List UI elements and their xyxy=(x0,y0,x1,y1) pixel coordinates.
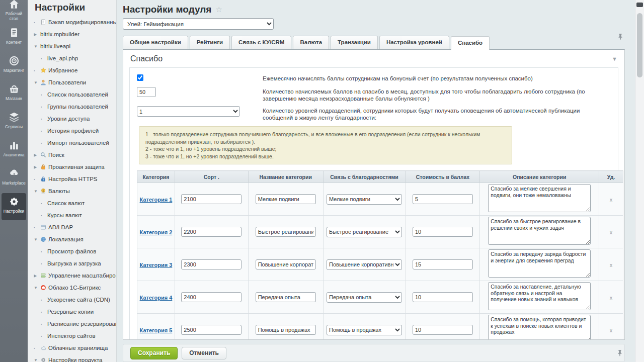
tab-6[interactable]: Настройка уровней xyxy=(379,36,449,49)
description-textarea[interactable]: Спасибо за помощь, которая приводит к ус… xyxy=(488,315,591,340)
delete-row-button[interactable]: x xyxy=(610,327,613,333)
sidebar-item-proactive-protection[interactable]: ▶Проактивная защита xyxy=(34,161,116,173)
description-textarea[interactable]: Спасибо за наставление, детальную обратн… xyxy=(488,282,591,310)
favorite-star-icon[interactable]: ☆ xyxy=(215,5,222,14)
sort-input[interactable] xyxy=(181,292,242,302)
sidebar-item-cloud-storage[interactable]: ▪Облачные хранилища xyxy=(34,342,116,354)
sidebar-item-users[interactable]: ▼Пользователи xyxy=(34,76,116,88)
sidebar-item-user-groups[interactable]: ▪Группы пользователей xyxy=(34,101,116,113)
module-select[interactable]: Улей: Геймификация xyxy=(123,18,274,30)
delete-row-button[interactable]: x xyxy=(610,262,613,268)
chevron-down-icon[interactable]: ▼ xyxy=(34,286,40,290)
sidebar-item-file-view[interactable]: ▪Просмотр файлов xyxy=(34,245,116,257)
sidebar-item-profile-history[interactable]: ▪История профилей xyxy=(34,125,116,137)
category-link[interactable]: Категория 5 xyxy=(140,327,173,333)
sidebar-item-user-import[interactable]: ▪Импорт пользователей xyxy=(34,137,116,149)
sidebar-item-bitrix-cloud[interactable]: ▼Облако 1С-Битрикс xyxy=(34,282,116,294)
category-link[interactable]: Категория 2 xyxy=(140,229,173,235)
pin-icon[interactable] xyxy=(616,349,623,356)
sort-input[interactable] xyxy=(181,194,242,204)
sidebar-item-currency-list[interactable]: ▪Список валют xyxy=(34,197,116,209)
rail-item-content[interactable]: Контент xyxy=(2,24,26,51)
save-button[interactable]: Сохранить xyxy=(130,347,178,359)
scroll-top-icon[interactable] xyxy=(636,3,643,7)
tab-1[interactable]: Общие настройки xyxy=(123,36,188,49)
sort-input[interactable] xyxy=(181,227,242,237)
category-link[interactable]: Категория 3 xyxy=(140,262,173,268)
gratitude-link-select[interactable]: Повышение корпоративног xyxy=(327,259,402,270)
delete-row-button[interactable]: x xyxy=(610,295,613,301)
delete-row-button[interactable]: x xyxy=(610,229,613,235)
sidebar-item-access-levels[interactable]: ▪Уровни доступа xyxy=(34,113,116,125)
category-name-input[interactable] xyxy=(256,325,316,335)
tab-7[interactable]: Спасибо xyxy=(451,36,490,50)
gratitude-link-select[interactable]: Передача опыта xyxy=(327,292,402,303)
chevron-right-icon[interactable]: ▶ xyxy=(34,165,40,169)
description-textarea[interactable]: Спасибо за быстрое реагирование в решени… xyxy=(488,217,591,245)
gratitude-link-select[interactable]: Быстрое реагирование xyxy=(327,227,402,237)
category-link[interactable]: Категория 1 xyxy=(140,197,173,203)
sidebar-item-upload-download[interactable]: ▪Выгрузка и загрузка xyxy=(34,257,116,269)
collapse-section-icon[interactable]: ▼ xyxy=(612,56,617,62)
chevron-down-icon[interactable]: ▼ xyxy=(34,189,40,194)
gratitude-link-select[interactable]: Мелкие подвиги xyxy=(327,194,402,205)
tab-3[interactable]: Связь с КУ/CRM xyxy=(231,36,291,49)
chevron-right-icon[interactable]: ▶ xyxy=(34,153,40,157)
monthly-accrual-checkbox[interactable] xyxy=(137,74,143,81)
cost-input[interactable] xyxy=(413,259,473,269)
rail-item-marketplace[interactable]: Marketplace xyxy=(2,165,26,192)
sidebar-item-user-list[interactable]: ▪Список пользователей xyxy=(34,88,116,101)
category-name-input[interactable] xyxy=(256,292,316,302)
rail-item-marketing[interactable]: Маркетинг xyxy=(2,52,26,79)
sidebar-item-site-inspector[interactable]: ▪Инспектор сайтов xyxy=(34,330,116,342)
category-name-input[interactable] xyxy=(256,227,316,237)
cancel-button[interactable]: Отменить xyxy=(182,347,226,359)
sidebar-item-backup-schedule[interactable]: ▪Расписание резервирования xyxy=(34,318,116,330)
tab-2[interactable]: Рейтинги xyxy=(190,36,230,49)
sort-input[interactable] xyxy=(181,325,242,335)
tab-5[interactable]: Транзакции xyxy=(331,36,378,49)
department-levels-select[interactable]: 1 xyxy=(137,106,240,117)
sidebar-item-scaling[interactable]: ▶Управление масштабированием xyxy=(34,269,116,282)
chevron-right-icon[interactable]: ▶ xyxy=(34,32,40,37)
rail-item-settings[interactable]: Настройки xyxy=(2,193,26,220)
sidebar-item-backups[interactable]: ▪Резервные копии xyxy=(34,306,116,318)
category-link[interactable]: Категория 4 xyxy=(140,295,173,301)
description-textarea[interactable]: Спасибо за передачу заряда бодрости и эн… xyxy=(488,249,591,278)
sidebar-item-https-settings[interactable]: ▪sНастройка HTTPS xyxy=(34,173,116,185)
category-name-input[interactable] xyxy=(256,259,316,269)
sidebar-item-bitrix-liveapi[interactable]: ▼bitrix.liveapi xyxy=(34,40,116,52)
sidebar-item-bitrix-mpbuilder[interactable]: ▶bitrix.mpbuilder xyxy=(34,28,116,40)
points-per-month-input[interactable] xyxy=(137,87,156,97)
rail-item-analytics[interactable]: Аналитика xyxy=(2,137,26,164)
chevron-right-icon[interactable]: ▶ xyxy=(34,274,40,278)
sort-input[interactable] xyxy=(181,259,242,269)
rail-item-services[interactable]: Сервисы xyxy=(2,109,26,136)
delete-row-button[interactable]: x xyxy=(610,197,613,203)
sidebar-item-currency-rates[interactable]: ▪Курсы валют xyxy=(34,209,116,221)
category-name-input[interactable] xyxy=(256,194,316,204)
sidebar-item-ad-ldap[interactable]: ▪AD/LDAP xyxy=(34,221,116,233)
sidebar-item-cdn[interactable]: ▪Ускорение сайта (CDN) xyxy=(34,294,116,306)
sidebar-item-search[interactable]: ▶Поиск xyxy=(34,149,116,161)
sidebar-item-localization[interactable]: ▼Локализация xyxy=(34,233,116,245)
gratitude-link-select[interactable]: Помощь в продажах xyxy=(327,325,402,335)
scrollbar-thumb[interactable] xyxy=(637,13,642,77)
chevron-down-icon[interactable]: ▼ xyxy=(34,80,40,85)
cost-input[interactable] xyxy=(413,292,473,302)
description-textarea[interactable]: Спасибо за мелкие свершения и подвиги, о… xyxy=(488,184,591,212)
sidebar-item-currencies[interactable]: ▼$Валюты xyxy=(34,185,116,197)
chevron-down-icon[interactable]: ▼ xyxy=(34,44,40,49)
chevron-down-icon[interactable]: ▼ xyxy=(34,237,40,242)
sidebar-item-live-api-php[interactable]: ▪live_api.php xyxy=(34,52,116,64)
cost-input[interactable] xyxy=(413,227,473,237)
rail-item-desktop[interactable]: Рабочий стол xyxy=(2,0,26,23)
sidebar-item-favorites[interactable]: ▪Избранное xyxy=(34,64,116,76)
sidebar-item-product-settings[interactable]: ▼Настройки продукта xyxy=(34,354,116,362)
sidebar-item-backup-files[interactable]: ▪Бэкап модифицированных файлов xyxy=(34,16,116,28)
cost-input[interactable] xyxy=(413,194,473,204)
tab-4[interactable]: Валюта xyxy=(293,36,329,49)
rail-item-shop[interactable]: Магазин xyxy=(2,80,26,108)
cost-input[interactable] xyxy=(413,325,473,335)
chevron-down-icon[interactable]: ▼ xyxy=(34,358,40,362)
